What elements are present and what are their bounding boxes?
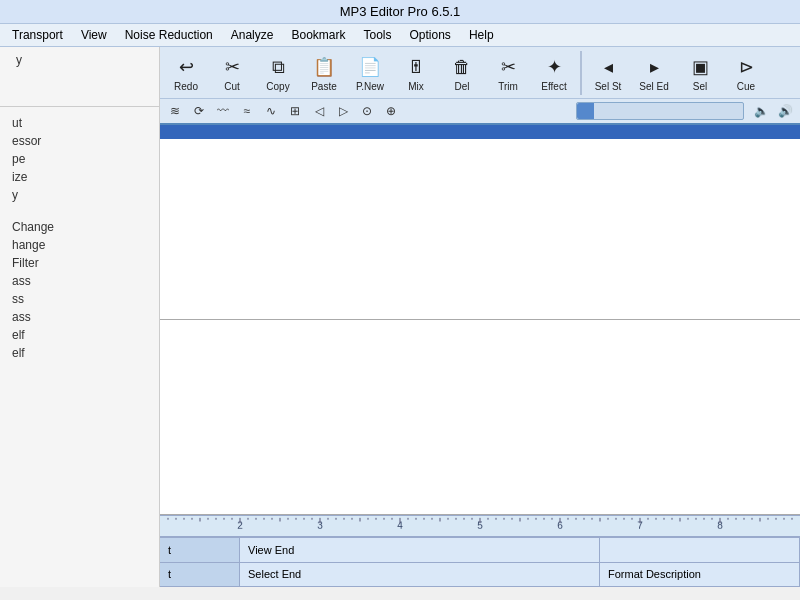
track1-header-bar [160,125,800,139]
sidebar-item-change1[interactable]: Change [4,219,155,235]
paste-icon: 📋 [310,53,338,81]
status-row-2: t Select End Format Description [160,563,800,588]
sidebar-item-pe[interactable]: pe [4,151,155,167]
menu-transport[interactable]: Transport [4,26,71,44]
pnew-label: P.New [356,81,384,92]
track2 [160,320,800,515]
tb2-vol-down[interactable]: 🔈 [750,101,772,121]
tb2-btn-6[interactable]: ⊞ [284,101,306,121]
app-title: MP3 Editor Pro 6.5.1 [340,4,461,19]
cut-label: Cut [224,81,240,92]
tb2-btn-4[interactable]: ≈ [236,101,258,121]
toolbar2: ≋ ⟳ 〰 ≈ ∿ ⊞ ◁ ▷ ⊙ ⊕ 🔈 🔊 [160,99,800,125]
menu-tools[interactable]: Tools [356,26,400,44]
pnew-icon: 📄 [356,53,384,81]
effect-icon: ✦ [540,53,568,81]
seek-bar[interactable] [576,102,744,120]
sel-ed-icon: ▸ [640,53,668,81]
tb2-btn-3[interactable]: 〰 [212,101,234,121]
status-value-1-text: View End [248,544,294,556]
sel-st-label: Sel St [595,81,622,92]
redo-icon: ↩ [172,53,200,81]
status-label-2: t [160,563,240,587]
title-bar: MP3 Editor Pro 6.5.1 [0,0,800,24]
menu-view[interactable]: View [73,26,115,44]
trim-button[interactable]: ✂ Trim [486,50,530,95]
tb2-btn-9[interactable]: ⊙ [356,101,378,121]
sidebar-item-ut[interactable]: ut [4,115,155,131]
menu-bookmark[interactable]: Bookmark [283,26,353,44]
sel-ed-label: Sel Ed [639,81,668,92]
waveform-area [160,125,800,537]
sel-label: Sel [693,81,707,92]
sidebar-item-elf2[interactable]: elf [4,345,155,361]
status-extra-1 [600,538,800,562]
tb2-btn-7[interactable]: ◁ [308,101,330,121]
ruler-canvas [160,516,800,536]
paste-button[interactable]: 📋 Paste [302,50,346,95]
menu-help[interactable]: Help [461,26,502,44]
redo-button[interactable]: ↩ Redo [164,50,208,95]
trim-label: Trim [498,81,518,92]
cue-button[interactable]: ⊳ Cue [724,50,768,95]
timeline-ruler [160,515,800,537]
status-row-1: t View End [160,538,800,563]
del-icon: 🗑 [448,53,476,81]
sidebar-item-essor[interactable]: essor [4,133,155,149]
status-bar: t View End t Select End Format Descripti… [160,537,800,587]
sidebar-item-ize[interactable]: ize [4,169,155,185]
tb2-btn-5[interactable]: ∿ [260,101,282,121]
right-panel: ↩ Redo ✂ Cut ⧉ Copy 📋 Paste 📄 P.New 🎚 M [160,47,800,587]
menu-noise-reduction[interactable]: Noise Reduction [117,26,221,44]
sidebar-top: y [0,47,159,107]
redo-label: Redo [174,81,198,92]
track1 [160,125,800,320]
tb2-btn-8[interactable]: ▷ [332,101,354,121]
sidebar-item-y[interactable]: y [8,52,30,68]
menu-analyze[interactable]: Analyze [223,26,282,44]
status-label-1: t [160,538,240,562]
effect-label: Effect [541,81,566,92]
del-button[interactable]: 🗑 Del [440,50,484,95]
cut-button[interactable]: ✂ Cut [210,50,254,95]
tb2-btn-1[interactable]: ≋ [164,101,186,121]
sidebar-items: ut essor pe ize y Change hange Filter as… [0,107,159,369]
status-value-2: Select End [240,563,600,587]
mix-label: Mix [408,81,424,92]
paste-label: Paste [311,81,337,92]
main-layout: y ut essor pe ize y Change hange Filter … [0,47,800,587]
sidebar-item-filter[interactable]: Filter [4,255,155,271]
status-extra-2-text: Format Description [608,568,701,580]
pnew-button[interactable]: 📄 P.New [348,50,392,95]
tb2-btn-2[interactable]: ⟳ [188,101,210,121]
cue-label: Cue [737,81,755,92]
copy-icon: ⧉ [264,53,292,81]
status-label-1-text: t [168,544,171,556]
tb2-vol-up[interactable]: 🔊 [774,101,796,121]
del-label: Del [454,81,469,92]
sel-st-button[interactable]: ◂ Sel St [586,50,630,95]
sidebar-item-ass2[interactable]: ss [4,291,155,307]
sidebar-divider-1 [4,205,155,217]
toolbar-sep-1 [580,51,582,95]
sidebar: y ut essor pe ize y Change hange Filter … [0,47,160,587]
sidebar-item-ass1[interactable]: ass [4,273,155,289]
menu-options[interactable]: Options [402,26,459,44]
trim-icon: ✂ [494,53,522,81]
sidebar-item-change2[interactable]: hange [4,237,155,253]
copy-button[interactable]: ⧉ Copy [256,50,300,95]
sel-ed-button[interactable]: ▸ Sel Ed [632,50,676,95]
effect-button[interactable]: ✦ Effect [532,50,576,95]
sidebar-item-elf1[interactable]: elf [4,327,155,343]
mix-button[interactable]: 🎚 Mix [394,50,438,95]
status-value-1: View End [240,538,600,562]
menu-bar: Transport View Noise Reduction Analyze B… [0,24,800,47]
sidebar-item-y2[interactable]: y [4,187,155,203]
status-value-2-text: Select End [248,568,301,580]
sel-button[interactable]: ▣ Sel [678,50,722,95]
copy-label: Copy [266,81,289,92]
tb2-btn-10[interactable]: ⊕ [380,101,402,121]
mix-icon: 🎚 [402,53,430,81]
sidebar-item-ass3[interactable]: ass [4,309,155,325]
sel-icon: ▣ [686,53,714,81]
